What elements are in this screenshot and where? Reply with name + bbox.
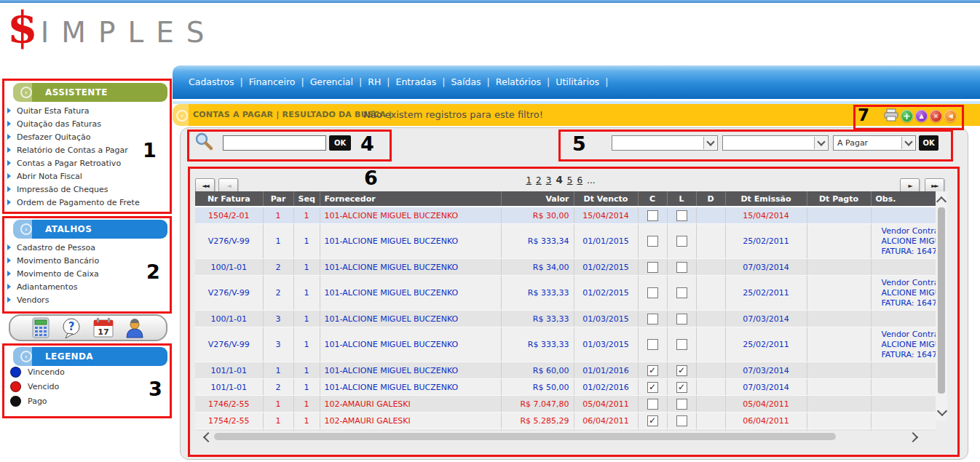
- checkbox-c[interactable]: [647, 382, 658, 393]
- checkbox-l[interactable]: [676, 236, 687, 247]
- checkbox-c[interactable]: [647, 236, 658, 247]
- cell-seq: 1: [293, 362, 320, 379]
- cell-forn: 101-ALCIONE MIGUEL BUCZENKO: [320, 327, 501, 362]
- search-input[interactable]: [223, 135, 326, 151]
- checkbox-l[interactable]: [676, 365, 687, 376]
- horizontal-scrollbar-thumb[interactable]: [214, 433, 836, 440]
- table-row[interactable]: 1754/2-5511102-AMAURI GALESKIR$ 5.285,29…: [195, 413, 936, 429]
- checkbox-c[interactable]: [647, 287, 658, 298]
- calendar-icon[interactable]: 17: [93, 317, 114, 338]
- vertical-scrollbar-thumb[interactable]: [938, 207, 945, 394]
- add-icon[interactable]: +: [901, 110, 913, 122]
- calculator-icon[interactable]: [32, 317, 50, 338]
- atalhos-item[interactable]: Adiantamentos: [4, 280, 169, 293]
- atalhos-item[interactable]: Movimento Bancário: [4, 254, 169, 267]
- assistente-item[interactable]: Impressão de Cheques: [4, 183, 169, 196]
- column-header-venc[interactable]: Dt Vencto: [574, 191, 638, 207]
- column-header-d[interactable]: D: [696, 191, 725, 207]
- atalhos-item[interactable]: Movimento de Caixa: [4, 267, 169, 280]
- column-header-par[interactable]: Par: [263, 191, 293, 207]
- cell-valor: R$ 7.047,80: [501, 396, 574, 413]
- filter-select-2[interactable]: [722, 135, 829, 151]
- page-link[interactable]: 6: [577, 175, 582, 186]
- menu-item-utilitários[interactable]: Utilitários: [556, 76, 599, 87]
- up-arrow-icon[interactable]: ▲: [915, 110, 928, 122]
- checkbox-c[interactable]: [647, 399, 658, 410]
- checkbox-l[interactable]: [676, 415, 687, 426]
- table-row[interactable]: 101/1-0121101-ALCIONE MIGUEL BUCZENKOR$ …: [195, 379, 936, 396]
- scroll-up-icon[interactable]: [938, 196, 945, 205]
- checkbox-l[interactable]: [676, 339, 687, 350]
- column-header-emis[interactable]: Dt Emissão: [725, 191, 807, 207]
- table-row[interactable]: V276/V-9911101-ALCIONE MIGUEL BUCZENKOR$…: [195, 224, 936, 259]
- column-header-c[interactable]: C: [638, 191, 667, 207]
- atalhos-item[interactable]: Vendors: [4, 293, 169, 306]
- cell-pagto: [807, 413, 871, 429]
- menu-item-relatórios[interactable]: Relatórios: [496, 76, 541, 87]
- table-row[interactable]: 1504/2-0111101-ALCIONE MIGUEL BUCZENKOR$…: [195, 207, 936, 224]
- column-header-l[interactable]: L: [667, 191, 696, 207]
- menu-item-cadastros[interactable]: Cadastros: [189, 76, 234, 87]
- checkbox-l[interactable]: [676, 210, 687, 221]
- assistente-item[interactable]: Quitar Esta Fatura: [4, 104, 169, 117]
- column-header-forn[interactable]: Fornecedor: [320, 191, 501, 207]
- checkbox-l[interactable]: [676, 262, 687, 273]
- column-header-valor[interactable]: Valor: [501, 191, 574, 207]
- table-row[interactable]: 100/1-0131101-ALCIONE MIGUEL BUCZENKOR$ …: [195, 311, 936, 327]
- page-link[interactable]: 3: [546, 175, 552, 186]
- menu-item-financeiro[interactable]: Financeiro: [249, 76, 296, 87]
- checkbox-c[interactable]: [647, 365, 658, 376]
- assistente-item[interactable]: Quitação das Faturas: [4, 117, 169, 130]
- checkbox-c[interactable]: [647, 210, 658, 221]
- table-row[interactable]: V276/V-9931101-ALCIONE MIGUEL BUCZENKOR$…: [195, 327, 936, 362]
- panel-header-atalhos: › ATALHOS: [13, 220, 167, 239]
- filter-select-status[interactable]: A Pagar: [833, 135, 916, 151]
- column-header-obs[interactable]: Obs.: [871, 191, 936, 207]
- help-icon[interactable]: ?: [61, 317, 82, 339]
- menu-item-saídas[interactable]: Saídas: [451, 76, 481, 87]
- scroll-down-icon[interactable]: [938, 407, 946, 417]
- table-row[interactable]: V276/V-9921101-ALCIONE MIGUEL BUCZENKOR$…: [195, 276, 936, 311]
- column-header-seq[interactable]: Seq: [293, 191, 320, 207]
- page-link[interactable]: 2: [536, 175, 542, 186]
- scroll-right-icon[interactable]: [909, 434, 919, 443]
- cell-venc: 01/01/2015: [574, 224, 638, 259]
- results-grid: Nr FaturaParSeqFornecedorValorDt VenctoC…: [195, 191, 936, 431]
- checkbox-l[interactable]: [676, 314, 687, 324]
- filter-select-1[interactable]: [612, 135, 718, 151]
- user-icon[interactable]: [125, 318, 144, 338]
- arrow-right-icon: [7, 173, 11, 179]
- menu-item-rh[interactable]: RH: [368, 76, 381, 87]
- page-current[interactable]: 4: [556, 174, 562, 186]
- close-icon[interactable]: ✕: [930, 110, 942, 122]
- vertical-scrollbar[interactable]: [936, 191, 947, 421]
- search-ok-button[interactable]: OK: [329, 135, 351, 151]
- side-item-label: Ordem de Pagamento de Frete: [17, 198, 140, 207]
- checkbox-c[interactable]: [647, 339, 658, 350]
- arrow-right-icon: [7, 271, 11, 276]
- atalhos-item[interactable]: Cadastro de Pessoa: [4, 241, 169, 254]
- back-icon[interactable]: ◀: [944, 110, 957, 122]
- filter-ok-button[interactable]: OK: [919, 135, 938, 151]
- table-row[interactable]: 100/1-0121101-ALCIONE MIGUEL BUCZENKOR$ …: [195, 259, 936, 276]
- menu-item-gerencial[interactable]: Gerencial: [310, 76, 353, 87]
- column-header-pagto[interactable]: Dt Pagto: [807, 191, 871, 207]
- table-row[interactable]: 1746/2-5511102-AMAURI GALESKIR$ 7.047,80…: [195, 396, 936, 413]
- checkbox-c[interactable]: [647, 262, 658, 273]
- scroll-left-icon[interactable]: [202, 434, 212, 443]
- menu-item-entradas[interactable]: Entradas: [396, 76, 437, 87]
- checkbox-l[interactable]: [676, 399, 687, 410]
- cell-l: [667, 413, 696, 429]
- horizontal-scrollbar[interactable]: [195, 430, 925, 443]
- assistente-item[interactable]: Ordem de Pagamento de Frete: [4, 196, 169, 209]
- checkbox-l[interactable]: [676, 287, 687, 298]
- checkbox-l[interactable]: [676, 382, 687, 393]
- page-link[interactable]: 1: [526, 175, 532, 186]
- table-row[interactable]: 101/1-0111101-ALCIONE MIGUEL BUCZENKOR$ …: [195, 362, 936, 379]
- checkbox-c[interactable]: [647, 314, 658, 324]
- column-header-nr[interactable]: Nr Fatura: [195, 191, 263, 207]
- assistente-item[interactable]: Abrir Nota Fiscal: [4, 170, 169, 183]
- checkbox-c[interactable]: [647, 415, 658, 426]
- print-icon[interactable]: [884, 108, 898, 124]
- page-link[interactable]: 5: [567, 175, 573, 186]
